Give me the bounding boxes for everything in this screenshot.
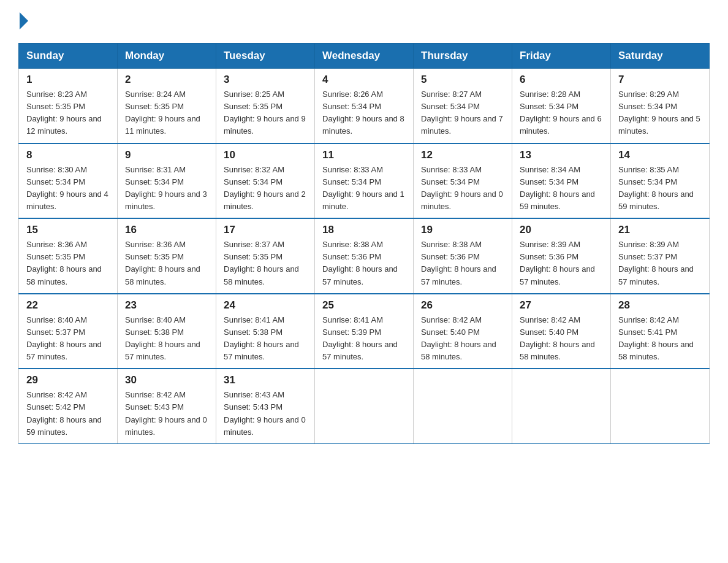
calendar-cell: 9Sunrise: 8:31 AMSunset: 5:34 PMDaylight… [118, 144, 216, 219]
calendar-cell: 3Sunrise: 8:25 AMSunset: 5:35 PMDaylight… [216, 69, 315, 144]
day-number: 28 [618, 299, 702, 312]
calendar-cell: 18Sunrise: 8:38 AMSunset: 5:36 PMDayligh… [315, 218, 414, 294]
day-number: 24 [224, 299, 307, 312]
week-row-2: 8Sunrise: 8:30 AMSunset: 5:34 PMDaylight… [19, 144, 710, 219]
day-number: 18 [322, 224, 406, 236]
day-number: 16 [125, 224, 208, 236]
day-info: Sunrise: 8:36 AMSunset: 5:35 PMDaylight:… [26, 239, 110, 288]
day-info: Sunrise: 8:40 AMSunset: 5:37 PMDaylight:… [26, 314, 110, 364]
day-info: Sunrise: 8:33 AMSunset: 5:34 PMDaylight:… [322, 164, 406, 213]
calendar-cell: 13Sunrise: 8:34 AMSunset: 5:34 PMDayligh… [512, 144, 611, 219]
day-info: Sunrise: 8:38 AMSunset: 5:36 PMDaylight:… [421, 239, 504, 288]
day-number: 23 [125, 299, 208, 312]
day-number: 21 [618, 224, 702, 236]
calendar-cell: 21Sunrise: 8:39 AMSunset: 5:37 PMDayligh… [611, 218, 710, 294]
day-info: Sunrise: 8:42 AMSunset: 5:43 PMDaylight:… [125, 389, 208, 439]
day-number: 11 [322, 149, 406, 161]
day-number: 2 [125, 74, 208, 86]
calendar-cell: 23Sunrise: 8:40 AMSunset: 5:38 PMDayligh… [118, 294, 216, 369]
column-header-monday: Monday [118, 44, 216, 69]
day-info: Sunrise: 8:28 AMSunset: 5:34 PMDaylight:… [520, 88, 603, 138]
day-info: Sunrise: 8:42 AMSunset: 5:40 PMDaylight:… [421, 314, 504, 364]
calendar-cell: 30Sunrise: 8:42 AMSunset: 5:43 PMDayligh… [118, 369, 216, 443]
day-number: 30 [125, 374, 208, 386]
day-number: 6 [520, 74, 603, 86]
day-info: Sunrise: 8:39 AMSunset: 5:37 PMDaylight:… [618, 239, 702, 288]
calendar-cell: 31Sunrise: 8:43 AMSunset: 5:43 PMDayligh… [216, 369, 315, 443]
calendar-cell [611, 369, 710, 443]
day-number: 22 [26, 299, 110, 312]
day-info: Sunrise: 8:31 AMSunset: 5:34 PMDaylight:… [125, 164, 208, 213]
day-number: 26 [421, 299, 504, 312]
calendar-cell: 6Sunrise: 8:28 AMSunset: 5:34 PMDaylight… [512, 69, 611, 144]
calendar-cell: 8Sunrise: 8:30 AMSunset: 5:34 PMDaylight… [19, 144, 118, 219]
calendar-cell: 14Sunrise: 8:35 AMSunset: 5:34 PMDayligh… [611, 144, 710, 219]
logo [18, 12, 28, 32]
day-info: Sunrise: 8:42 AMSunset: 5:40 PMDaylight:… [520, 314, 603, 364]
column-header-tuesday: Tuesday [216, 44, 315, 69]
day-number: 1 [26, 74, 110, 86]
day-info: Sunrise: 8:29 AMSunset: 5:34 PMDaylight:… [618, 88, 702, 138]
day-info: Sunrise: 8:39 AMSunset: 5:36 PMDaylight:… [520, 239, 603, 288]
calendar-cell: 1Sunrise: 8:23 AMSunset: 5:35 PMDaylight… [19, 69, 118, 144]
calendar-cell: 16Sunrise: 8:36 AMSunset: 5:35 PMDayligh… [118, 218, 216, 294]
calendar-cell: 22Sunrise: 8:40 AMSunset: 5:37 PMDayligh… [19, 294, 118, 369]
day-number: 7 [618, 74, 702, 86]
day-info: Sunrise: 8:42 AMSunset: 5:42 PMDaylight:… [26, 389, 110, 439]
day-info: Sunrise: 8:43 AMSunset: 5:43 PMDaylight:… [224, 389, 307, 439]
day-number: 17 [224, 224, 307, 236]
calendar-cell: 28Sunrise: 8:42 AMSunset: 5:41 PMDayligh… [611, 294, 710, 369]
logo-triangle-icon [20, 12, 28, 29]
week-row-5: 29Sunrise: 8:42 AMSunset: 5:42 PMDayligh… [19, 369, 710, 443]
week-row-3: 15Sunrise: 8:36 AMSunset: 5:35 PMDayligh… [19, 218, 710, 294]
calendar-cell [414, 369, 512, 443]
day-info: Sunrise: 8:41 AMSunset: 5:39 PMDaylight:… [322, 314, 406, 364]
day-info: Sunrise: 8:32 AMSunset: 5:34 PMDaylight:… [224, 164, 307, 213]
day-info: Sunrise: 8:30 AMSunset: 5:34 PMDaylight:… [26, 164, 110, 213]
calendar-cell: 19Sunrise: 8:38 AMSunset: 5:36 PMDayligh… [414, 218, 512, 294]
day-number: 29 [26, 374, 110, 386]
calendar-cell: 11Sunrise: 8:33 AMSunset: 5:34 PMDayligh… [315, 144, 414, 219]
day-info: Sunrise: 8:40 AMSunset: 5:38 PMDaylight:… [125, 314, 208, 364]
calendar-cell: 10Sunrise: 8:32 AMSunset: 5:34 PMDayligh… [216, 144, 315, 219]
calendar-cell: 24Sunrise: 8:41 AMSunset: 5:38 PMDayligh… [216, 294, 315, 369]
week-row-4: 22Sunrise: 8:40 AMSunset: 5:37 PMDayligh… [19, 294, 710, 369]
page-header [18, 12, 710, 32]
day-number: 15 [26, 224, 110, 236]
day-info: Sunrise: 8:26 AMSunset: 5:34 PMDaylight:… [322, 88, 406, 138]
day-info: Sunrise: 8:35 AMSunset: 5:34 PMDaylight:… [618, 164, 702, 213]
day-number: 4 [322, 74, 406, 86]
day-number: 3 [224, 74, 307, 86]
day-info: Sunrise: 8:23 AMSunset: 5:35 PMDaylight:… [26, 88, 110, 138]
day-number: 9 [125, 149, 208, 161]
calendar-cell: 25Sunrise: 8:41 AMSunset: 5:39 PMDayligh… [315, 294, 414, 369]
day-number: 8 [26, 149, 110, 161]
day-number: 25 [322, 299, 406, 312]
calendar-cell: 4Sunrise: 8:26 AMSunset: 5:34 PMDaylight… [315, 69, 414, 144]
day-number: 20 [520, 224, 603, 236]
calendar-cell: 12Sunrise: 8:33 AMSunset: 5:34 PMDayligh… [414, 144, 512, 219]
column-header-sunday: Sunday [19, 44, 118, 69]
day-info: Sunrise: 8:25 AMSunset: 5:35 PMDaylight:… [224, 88, 307, 138]
day-info: Sunrise: 8:27 AMSunset: 5:34 PMDaylight:… [421, 88, 504, 138]
calendar-cell: 7Sunrise: 8:29 AMSunset: 5:34 PMDaylight… [611, 69, 710, 144]
week-row-1: 1Sunrise: 8:23 AMSunset: 5:35 PMDaylight… [19, 69, 710, 144]
day-info: Sunrise: 8:37 AMSunset: 5:35 PMDaylight:… [224, 239, 307, 288]
day-number: 13 [520, 149, 603, 161]
column-header-saturday: Saturday [611, 44, 710, 69]
calendar-cell [512, 369, 611, 443]
calendar-cell: 15Sunrise: 8:36 AMSunset: 5:35 PMDayligh… [19, 218, 118, 294]
day-number: 14 [618, 149, 702, 161]
day-info: Sunrise: 8:36 AMSunset: 5:35 PMDaylight:… [125, 239, 208, 288]
day-number: 31 [224, 374, 307, 386]
day-number: 5 [421, 74, 504, 86]
calendar-cell: 2Sunrise: 8:24 AMSunset: 5:35 PMDaylight… [118, 69, 216, 144]
column-header-wednesday: Wednesday [315, 44, 414, 69]
day-number: 19 [421, 224, 504, 236]
day-number: 10 [224, 149, 307, 161]
calendar-cell: 20Sunrise: 8:39 AMSunset: 5:36 PMDayligh… [512, 218, 611, 294]
day-info: Sunrise: 8:42 AMSunset: 5:41 PMDaylight:… [618, 314, 702, 364]
column-header-friday: Friday [512, 44, 611, 69]
calendar-cell [315, 369, 414, 443]
day-number: 27 [520, 299, 603, 312]
